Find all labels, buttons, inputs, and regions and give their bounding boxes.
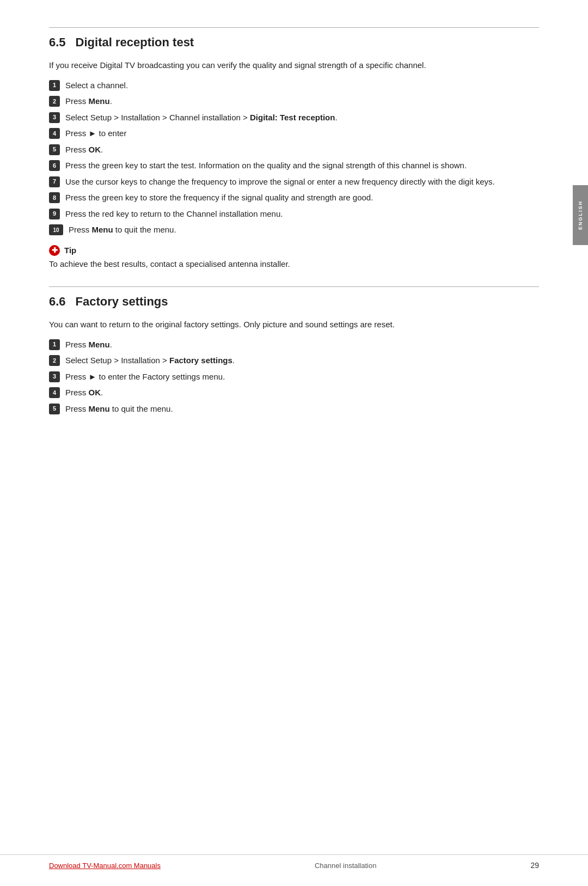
step-badge-6: 6 [49,160,60,171]
step-10-content: Press Menu to quit the menu. [69,224,539,236]
step-66-2: 2 Select Setup > Installation > Factory … [49,355,539,367]
tip-icon: ✚ [49,245,60,256]
tip-label: Tip [64,246,76,255]
step-badge-66-5: 5 [49,404,60,414]
page-footer: Download TV-Manual.com Manuals Channel i… [0,854,588,870]
step-badge-5: 5 [49,144,60,155]
step-1-content: Select a channel. [65,80,539,92]
step-badge-66-4: 4 [49,387,60,398]
footer-chapter-label: Channel installation [315,860,376,870]
step-badge-3: 3 [49,112,60,123]
step-badge-2: 2 [49,96,60,107]
step-badge-66-2: 2 [49,355,60,366]
footer-page-number: 29 [530,860,539,870]
step-9-content: Press the red key to return to the Chann… [65,208,539,221]
step-badge-10: 10 [49,224,63,235]
step-6-content: Press the green key to start the test. I… [65,160,539,172]
section-66-steps: 1 Press Menu. 2 Select Setup > Installat… [49,339,539,415]
step-3-content: Select Setup > Installation > Channel in… [65,112,539,124]
step-66-4: 4 Press OK. [49,387,539,399]
step-66-2-content: Select Setup > Installation > Factory se… [65,355,539,367]
step-2: 2 Press Menu. [49,95,539,108]
step-badge-66-1: 1 [49,339,60,350]
step-2-content: Press Menu. [65,95,539,108]
section-65-title: 6.5Digital reception test [49,27,539,50]
step-66-3-content: Press ► to enter the Factory settings me… [65,371,539,383]
section-65-intro: If you receive Digital TV broadcasting y… [49,59,539,72]
step-66-5-content: Press Menu to quit the menu. [65,403,539,415]
step-7-content: Use the cursor keys to change the freque… [65,176,539,188]
step-5: 5 Press OK. [49,144,539,156]
step-badge-4: 4 [49,128,60,139]
step-badge-66-3: 3 [49,371,60,382]
section-65: 6.5Digital reception test If you receive… [49,27,539,270]
step-9: 9 Press the red key to return to the Cha… [49,208,539,221]
step-8: 8 Press the green key to store the frequ… [49,192,539,204]
section-65-steps: 1 Select a channel. 2 Press Menu. 3 Sele… [49,80,539,236]
step-4-content: Press ► to enter [65,127,539,140]
step-4: 4 Press ► to enter [49,127,539,140]
step-3: 3 Select Setup > Installation > Channel … [49,112,539,124]
step-badge-1: 1 [49,80,60,91]
step-66-1: 1 Press Menu. [49,339,539,351]
sidebar-tab-label: ENGLISH [578,200,583,230]
tip-text: To achieve the best results, contact a s… [49,258,539,271]
step-7: 7 Use the cursor keys to change the freq… [49,176,539,188]
step-badge-9: 9 [49,209,60,219]
section-66-intro: You can want to return to the original f… [49,319,539,331]
footer-download-link[interactable]: Download TV-Manual.com Manuals [49,861,161,870]
page-container: ENGLISH 6.5Digital reception test If you… [0,0,588,886]
step-badge-7: 7 [49,176,60,187]
step-1: 1 Select a channel. [49,80,539,92]
step-66-3: 3 Press ► to enter the Factory settings … [49,371,539,383]
step-6: 6 Press the green key to start the test.… [49,160,539,172]
step-badge-8: 8 [49,192,60,203]
tip-header: ✚ Tip [49,245,539,256]
step-8-content: Press the green key to store the frequen… [65,192,539,204]
step-10: 10 Press Menu to quit the menu. [49,224,539,236]
section-66: 6.6Factory settings You can want to retu… [49,286,539,415]
step-66-5: 5 Press Menu to quit the menu. [49,403,539,415]
step-66-4-content: Press OK. [65,387,539,399]
footer-left: Download TV-Manual.com Manuals [49,860,161,870]
sidebar-language-tab: ENGLISH [573,185,588,245]
tip-section: ✚ Tip To achieve the best results, conta… [49,245,539,271]
section-66-title: 6.6Factory settings [49,286,539,309]
step-5-content: Press OK. [65,144,539,156]
step-66-1-content: Press Menu. [65,339,539,351]
